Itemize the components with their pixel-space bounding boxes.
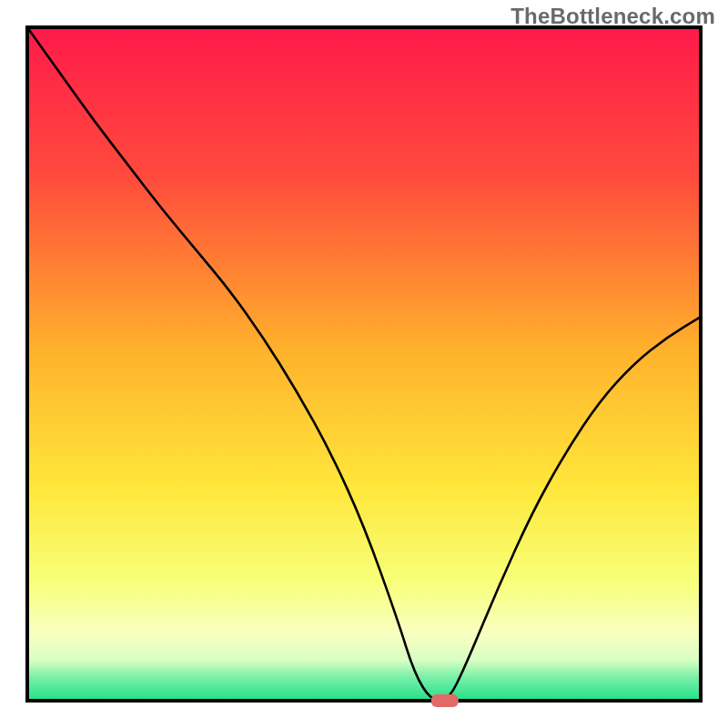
bottleneck-chart: TheBottleneck.com [0, 0, 728, 728]
chart-svg [0, 0, 728, 728]
plot-background [27, 27, 701, 701]
optimal-marker [431, 694, 459, 707]
watermark-text: TheBottleneck.com [511, 4, 715, 29]
